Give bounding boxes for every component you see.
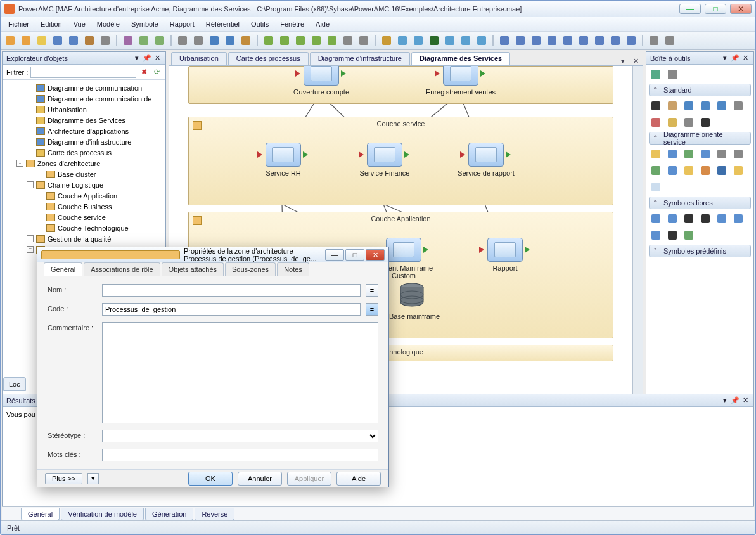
toolbox-group-header[interactable]: ˅Symboles prédéfinis (649, 245, 751, 257)
toolbar-button-1[interactable] (19, 34, 33, 48)
architecture-zone[interactable]: Ouverture compteEnregistrement ventes (188, 66, 613, 104)
minimize-button[interactable]: — (679, 4, 701, 14)
menu-référentiel[interactable]: Référentiel (201, 19, 245, 29)
dialog-tab[interactable]: Sous-zones (225, 262, 276, 276)
results-tab[interactable]: Général (21, 508, 60, 520)
local-tab[interactable]: Loc (3, 377, 26, 391)
filter-input[interactable] (30, 67, 136, 78)
nom-sync-button[interactable]: = (366, 284, 378, 297)
toolbar-button-38[interactable] (561, 34, 575, 48)
menu-symbole[interactable]: Symbole (126, 19, 163, 29)
diagram-node[interactable]: Service de rapport (468, 143, 504, 177)
tool-paste[interactable] (665, 115, 679, 129)
dropdown-icon[interactable]: ▾ (721, 54, 729, 63)
tree-item[interactable]: Diagramme de communication de (5, 93, 165, 104)
tool-box1[interactable] (649, 147, 663, 161)
toolbar-button-16[interactable] (239, 34, 253, 48)
pin-icon[interactable]: 📌 (143, 54, 151, 63)
toolbar-button-3[interactable] (51, 34, 65, 48)
tool-in[interactable] (715, 164, 729, 177)
toolbar-button-0[interactable] (3, 34, 17, 48)
tool-box5[interactable] (715, 147, 729, 161)
tool-rect3[interactable] (665, 212, 679, 226)
results-tab[interactable]: Vérification de modèle (61, 508, 144, 520)
menu-fichier[interactable]: Fichier (3, 19, 34, 29)
architecture-zone[interactable]: Couche serviceService RHService FinanceS… (188, 117, 613, 205)
toolbar-button-10[interactable] (153, 34, 167, 48)
dialog-tab[interactable]: Général (44, 262, 82, 276)
database-node[interactable] (398, 282, 426, 310)
diagram-node[interactable]: Enregistrement ventes (442, 66, 479, 96)
toolbar-button-2[interactable] (35, 34, 49, 48)
tree-item[interactable]: Diagramme de communication (5, 82, 165, 93)
tree-item[interactable]: Couche Business (5, 201, 165, 212)
apply-button[interactable]: Appliquer (287, 472, 331, 486)
toolbar-button-35[interactable] (513, 34, 527, 48)
more-button[interactable]: Plus >> (45, 473, 82, 484)
toolbox-panel-header[interactable]: Boîte à outils ▾ 📌 ✕ (646, 52, 753, 65)
toolbox-group-header[interactable]: ˄Standard (649, 84, 751, 96)
cancel-button[interactable]: Annuler (238, 472, 282, 486)
tool-cyl[interactable] (731, 147, 745, 161)
dialog-close-button[interactable]: ✕ (366, 249, 385, 261)
menu-vue[interactable]: Vue (68, 19, 91, 29)
close-button[interactable]: ✕ (730, 4, 752, 14)
code-sync-button[interactable]: = (366, 303, 378, 316)
dialog-tab[interactable]: Notes (277, 262, 309, 276)
tree-item[interactable]: +Chaine Logistique (5, 179, 165, 190)
tree-item[interactable]: Couche service (5, 212, 165, 222)
tree-item[interactable]: Carte des processus (5, 147, 165, 158)
menu-outils[interactable]: Outils (246, 19, 274, 29)
tree-item[interactable]: +Gestion de la qualité (5, 233, 165, 244)
toolbox-group-header[interactable]: ˄Symboles libres (649, 197, 751, 209)
tool-box4[interactable] (698, 147, 712, 161)
tool-hand[interactable] (665, 99, 679, 113)
tool-curve[interactable] (698, 212, 712, 226)
toolbar-button-31[interactable] (459, 34, 473, 48)
toolbar-button-18[interactable] (262, 34, 276, 48)
toolbar-button-22[interactable] (325, 34, 339, 48)
tool-link[interactable] (665, 164, 679, 177)
close-panel-icon[interactable]: ✕ (153, 54, 162, 63)
toolbar-button-21[interactable] (309, 34, 323, 48)
toolbar-button-5[interactable] (82, 34, 96, 48)
doc-tab[interactable]: Diagramme des Services (411, 52, 510, 65)
comment-textarea[interactable] (102, 322, 378, 423)
tool-poly[interactable] (665, 228, 679, 242)
ok-button[interactable]: OK (188, 472, 233, 486)
doc-tab[interactable]: Carte des processus (228, 52, 309, 65)
toolbar-button-13[interactable] (191, 34, 205, 48)
nom-input[interactable] (102, 284, 361, 297)
toolbox-view-icon[interactable] (649, 67, 663, 81)
toolbar-button-28[interactable] (411, 34, 425, 48)
tree-item[interactable]: Urbanisation (5, 104, 165, 115)
tool-zoom-fit[interactable] (715, 99, 729, 113)
tool-cap[interactable] (649, 228, 663, 242)
diagram-node[interactable]: Service RH (265, 143, 302, 177)
menu-icon[interactable]: ▾ (87, 473, 99, 484)
dropdown-icon[interactable]: ▾ (132, 54, 141, 63)
toolbar-button-32[interactable] (475, 34, 489, 48)
toolbar-button-39[interactable] (577, 34, 591, 48)
tool-cut[interactable] (649, 115, 663, 129)
toolbar-button-45[interactable] (663, 34, 677, 48)
toolbar-button-6[interactable] (98, 34, 112, 48)
tool-box3[interactable] (682, 147, 696, 161)
menu-fenêtre[interactable]: Fenêtre (275, 19, 309, 29)
toolbar-button-24[interactable] (357, 34, 371, 48)
toolbar-button-37[interactable] (545, 34, 559, 48)
toolbar-button-9[interactable] (137, 34, 151, 48)
close-panel-icon[interactable]: ✕ (741, 54, 750, 63)
toolbar-button-23[interactable] (341, 34, 355, 48)
toolbar-button-19[interactable] (278, 34, 292, 48)
dialog-maximize-button[interactable]: □ (345, 249, 364, 261)
tool-zoom-out[interactable] (698, 99, 712, 113)
tree-item[interactable]: Couche Technologique (5, 222, 165, 233)
pin-icon[interactable]: 📌 (731, 54, 740, 63)
tool-out[interactable] (731, 164, 745, 177)
diagram-node[interactable]: Service Finance (366, 143, 403, 177)
tool-lasso[interactable] (731, 99, 745, 113)
tool-ellipse[interactable] (715, 212, 729, 226)
toolbox-view-icon[interactable] (665, 67, 679, 81)
toolbox-group-header[interactable]: ˄Diagramme orienté service (649, 132, 751, 145)
